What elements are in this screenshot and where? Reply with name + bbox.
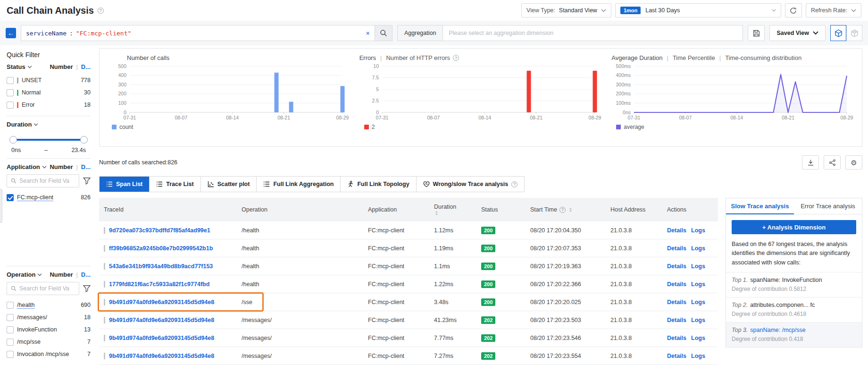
column-header-actions[interactable]: Actions [662, 206, 718, 213]
duration-column-link[interactable]: D... [81, 63, 91, 70]
tab-wrong-slow-trace-analysis[interactable]: Wrong/slow Trace analysis? [416, 177, 525, 192]
details-link[interactable]: Details [667, 317, 686, 323]
tab-scatter-plot[interactable]: Scatter plot [200, 177, 257, 192]
column-header-application[interactable]: Application [363, 206, 429, 213]
sort-icon[interactable] [434, 211, 439, 216]
checkbox[interactable] [7, 351, 14, 358]
column-header-host-address[interactable]: Host Address [606, 206, 662, 213]
view-type-select[interactable]: View Type: Standard View [521, 3, 611, 17]
chevron-down-icon[interactable] [27, 66, 32, 68]
column-header-operation[interactable]: Operation [237, 206, 363, 213]
start-time-help-icon[interactable]: ? [559, 207, 566, 213]
refresh-rate-select[interactable]: Refresh Rate: [806, 3, 861, 17]
trace-id-link[interactable]: 9b491d974a0fd9e6a92093145d5d94e8 [109, 299, 214, 306]
checkbox[interactable] [7, 302, 14, 309]
filter-item[interactable]: FC:mcp-client826 [7, 191, 91, 204]
trace-id-link[interactable]: 1779fd821f6ac7c5933a82f1c9774fbd [109, 281, 209, 288]
column-header-status[interactable]: Status [476, 206, 526, 213]
details-link[interactable]: Details [667, 281, 686, 288]
tab-error-trace-analysis[interactable]: Error Trace analysis [794, 198, 862, 214]
refresh-button[interactable] [785, 3, 802, 17]
chart-legend[interactable]: average [616, 124, 854, 130]
chart-help-icon[interactable]: ? [453, 55, 459, 61]
logs-link[interactable]: Logs [691, 281, 705, 288]
analysis-item[interactable]: Top 3.spanName: /mcp/sseDegree of contri… [726, 322, 862, 347]
save-query-button[interactable] [748, 25, 765, 41]
filter-item[interactable]: Normal30 [7, 86, 91, 99]
details-link[interactable]: Details [667, 299, 686, 306]
time-range-select[interactable]: 1mon Last 30 Days [615, 3, 781, 17]
analysis-item[interactable]: Top 2.attributes.componen... fcDegree of… [726, 297, 862, 322]
chart-legend[interactable]: 2 [364, 124, 602, 130]
logs-link[interactable]: Logs [691, 263, 705, 270]
sort-icon[interactable] [568, 207, 573, 212]
chart-subtitle[interactable]: Time Percentile [673, 54, 715, 61]
trace-id-link[interactable]: 543a6e341b9f934a49bd8b9acd77f153 [109, 263, 213, 270]
checkbox[interactable] [7, 89, 14, 96]
application-search-input[interactable]: Search for Field Va [7, 174, 79, 187]
filter-funnel-icon[interactable] [83, 177, 91, 185]
query-input[interactable]: serviceName : "FC:mcp-client" × [21, 25, 375, 41]
checkbox[interactable] [7, 326, 14, 333]
slider-handle-max[interactable] [80, 136, 88, 144]
slider-handle-min[interactable] [9, 136, 17, 144]
topology-view-toggle[interactable] [830, 25, 846, 41]
column-header-duration[interactable]: Duration [429, 204, 476, 216]
share-button[interactable] [824, 155, 841, 170]
column-header-traceid[interactable]: TraceId [99, 206, 237, 213]
operation-search-input[interactable]: Search for Field Va [7, 282, 79, 295]
duration-column-link[interactable]: D... [81, 163, 91, 170]
checkbox[interactable] [7, 102, 14, 109]
tab-full-link-aggregation[interactable]: Full Link Aggregation [256, 177, 340, 192]
details-link[interactable]: Details [667, 245, 686, 252]
details-link[interactable]: Details [667, 263, 686, 270]
saved-view-button[interactable]: Saved View [769, 25, 826, 41]
trace-id-link[interactable]: 9b491d974a0fd9e6a92093145d5d94e8 [109, 335, 214, 341]
trace-id-link[interactable]: 9d720ea073c937bdffd7f85af4ad99e1 [109, 227, 210, 234]
sidebar-collapse-handle[interactable] [0, 189, 2, 223]
logs-link[interactable]: Logs [691, 299, 705, 306]
tab-slow-trace-analysis[interactable]: Slow Trace analysis [726, 198, 794, 214]
duration-range-slider[interactable] [10, 136, 87, 144]
add-analysis-dimension-button[interactable]: + Analysis Dimension [732, 220, 856, 234]
grid-view-toggle[interactable] [846, 25, 862, 41]
details-link[interactable]: Details [667, 335, 686, 341]
logs-link[interactable]: Logs [691, 245, 705, 252]
filter-item[interactable]: Error18 [7, 99, 91, 111]
duration-column-link[interactable]: D... [81, 271, 91, 278]
search-button[interactable] [375, 25, 392, 41]
chevron-down-icon[interactable] [42, 166, 47, 169]
title-help-icon[interactable]: ? [98, 8, 104, 14]
checkbox[interactable] [7, 194, 14, 201]
checkbox[interactable] [7, 314, 14, 321]
tab-full-link-topology[interactable]: Full Link Topology [340, 177, 416, 192]
column-header-start-time[interactable]: Start Time? [526, 206, 606, 213]
details-link[interactable]: Details [667, 353, 686, 359]
details-link[interactable]: Details [667, 227, 686, 234]
logs-link[interactable]: Logs [691, 353, 705, 359]
checkbox[interactable] [7, 77, 14, 84]
download-button[interactable] [802, 155, 819, 170]
analysis-item[interactable]: Top 1.spanName: InvokeFunctionDegree of … [726, 272, 862, 297]
tab-trace-list[interactable]: Trace List [149, 177, 200, 192]
clear-query-icon[interactable]: × [366, 29, 370, 37]
tab-span-list[interactable]: Span List [100, 177, 149, 192]
logs-link[interactable]: Logs [691, 317, 705, 323]
logs-link[interactable]: Logs [691, 335, 705, 341]
filter-item[interactable]: /mcp/sse7 [7, 336, 91, 348]
settings-button[interactable]: ⚙ [845, 155, 862, 170]
filter-item[interactable]: UNSET778 [7, 74, 91, 86]
chart-subtitle-2[interactable]: Time-consuming distribution [725, 54, 801, 61]
filter-item[interactable]: Invocation /mcp/sse7 [7, 348, 91, 360]
trace-id-link[interactable]: 9b491d974a0fd9e6a92093145d5d94e8 [109, 353, 214, 359]
chevron-down-icon[interactable] [37, 273, 42, 276]
filter-funnel-icon[interactable] [83, 285, 91, 292]
trace-id-link[interactable]: 9b491d974a0fd9e6a92093145d5d94e8 [109, 317, 214, 323]
chart-legend[interactable]: count [112, 124, 350, 130]
filter-item[interactable]: /health690 [7, 299, 91, 311]
chevron-down-icon[interactable] [33, 123, 38, 126]
filter-item[interactable]: /messages/18 [7, 311, 91, 323]
trace-id-link[interactable]: ff39b96852a9245b08e7b02999542b1b [109, 245, 213, 252]
logs-link[interactable]: Logs [691, 227, 705, 234]
aggregation-input[interactable] [443, 25, 743, 41]
